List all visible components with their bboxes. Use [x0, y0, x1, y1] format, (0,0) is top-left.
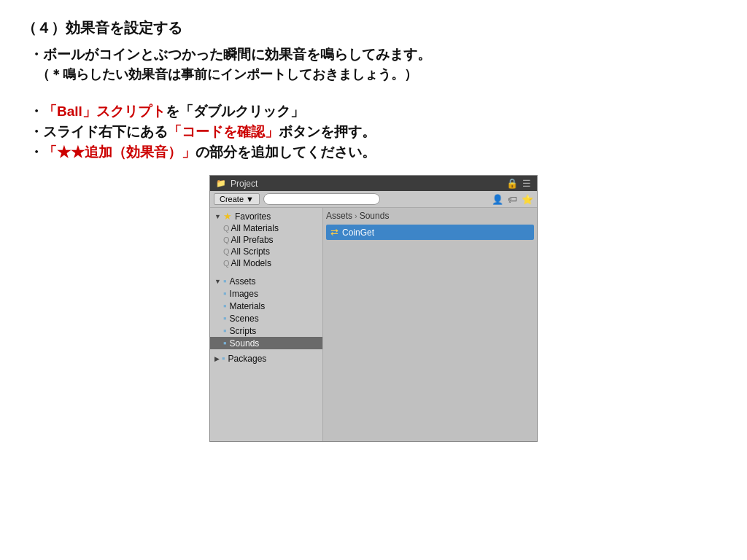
- instr-3-prefix: ・: [29, 144, 43, 160]
- favorites-label: Favorites: [235, 211, 271, 222]
- assets-header[interactable]: ▼ ▪ Assets: [210, 275, 322, 287]
- unity-titlebar: 📁 Project 🔒 ☰: [210, 176, 537, 191]
- project-tree-panel: ▼ ★ Favorites Q All Materials Q All Pref…: [210, 208, 323, 441]
- tree-all-models[interactable]: Q All Models: [210, 257, 322, 269]
- instruction-1: ・「Ball」スクリプトを「ダブルクリック」: [22, 102, 725, 121]
- audio-icon: ⇄: [330, 227, 338, 238]
- instr-2-red: 「コードを確認」: [168, 124, 279, 139]
- breadcrumb-root: Assets: [326, 211, 352, 221]
- all-scripts-label: All Scripts: [231, 246, 270, 257]
- instr-2-normal: ボタンを押す。: [279, 124, 376, 139]
- breadcrumb: Assets › Sounds: [326, 211, 534, 221]
- section-heading: （４）効果音を設定する: [22, 15, 725, 41]
- sub-note: （＊鳴らしたい効果音は事前にインポートしておきましょう。）: [22, 66, 725, 83]
- tree-all-prefabs[interactable]: Q All Prefabs: [210, 234, 322, 246]
- search-q-icon-3: Q: [223, 247, 230, 256]
- materials-folder-icon: ▪: [223, 300, 227, 311]
- tree-sounds[interactable]: ▪ Sounds: [210, 337, 322, 349]
- favorites-arrow: ▼: [214, 213, 221, 220]
- heading-text: （４）効果音を設定する: [22, 20, 182, 36]
- menu-icon: ☰: [522, 178, 531, 189]
- scenes-label: Scenes: [230, 314, 259, 324]
- instr-1-normal: を「ダブルクリック」: [166, 104, 304, 119]
- tree-all-materials[interactable]: Q All Materials: [210, 222, 322, 234]
- search-q-icon-1: Q: [223, 224, 230, 233]
- all-prefabs-label: All Prefabs: [231, 235, 274, 245]
- sounds-label: Sounds: [230, 338, 260, 349]
- unity-project-window: 📁 Project 🔒 ☰ Create ▼ 👤 🏷 ⭐ ▼ ★ Favorit…: [209, 175, 538, 442]
- star-toolbar-icon[interactable]: ⭐: [522, 194, 533, 205]
- assets-folder-icon: ▪: [223, 276, 227, 287]
- breadcrumb-folder: Sounds: [360, 211, 390, 221]
- packages-folder-icon: ▪: [222, 353, 225, 364]
- folder-titlebar-icon: 📁: [216, 179, 226, 188]
- tree-materials[interactable]: ▪ Materials: [210, 300, 322, 312]
- tree-scenes[interactable]: ▪ Scenes: [210, 312, 322, 324]
- packages-arrow: ▶: [214, 355, 220, 362]
- search-q-icon-4: Q: [223, 259, 230, 268]
- sounds-folder-icon: ▪: [223, 338, 227, 349]
- content-item-coingen[interactable]: ⇄ CoinGet: [326, 225, 534, 240]
- sub-note-text: （＊鳴らしたい効果音は事前にインポートしておきましょう。）: [36, 67, 417, 82]
- lock-icon: 🔒: [506, 178, 518, 189]
- tag-icon[interactable]: 🏷: [508, 194, 517, 205]
- breadcrumb-sep: ›: [355, 211, 357, 220]
- instr-3-red: 「★★追加（効果音）」: [43, 144, 196, 160]
- instr-1-prefix: ・: [29, 104, 43, 119]
- images-label: Images: [230, 289, 258, 299]
- tree-all-scripts[interactable]: Q All Scripts: [210, 246, 322, 257]
- search-q-icon-2: Q: [223, 236, 230, 244]
- materials-label: Materials: [230, 301, 266, 311]
- packages-header[interactable]: ▶ ▪ Packages: [210, 352, 322, 365]
- favorites-star-icon: ★: [223, 211, 232, 222]
- unity-toolbar: Create ▼ 👤 🏷 ⭐: [210, 191, 537, 208]
- bullet-1-text: ・ボールがコインとぶつかった瞬間に効果音を鳴らしてみます。: [29, 47, 431, 62]
- scripts-label: Scripts: [230, 326, 257, 336]
- tree-images[interactable]: ▪ Images: [210, 287, 322, 300]
- create-button[interactable]: Create ▼: [214, 193, 260, 205]
- tree-scripts[interactable]: ▪ Scripts: [210, 324, 322, 337]
- unity-body: ▼ ★ Favorites Q All Materials Q All Pref…: [210, 208, 537, 441]
- instr-3-normal: の部分を追加してください。: [196, 144, 376, 160]
- unity-title-label: Project: [231, 179, 258, 189]
- assets-arrow: ▼: [214, 278, 221, 285]
- instr-1-red: 「Ball」スクリプト: [43, 104, 166, 119]
- instruction-3: ・「★★追加（効果音）」の部分を追加してください。: [22, 143, 725, 162]
- packages-label: Packages: [228, 354, 267, 364]
- project-content-panel: Assets › Sounds ⇄ CoinGet: [323, 208, 537, 441]
- content-item-label: CoinGet: [342, 228, 374, 238]
- all-models-label: All Models: [231, 258, 271, 268]
- images-folder-icon: ▪: [223, 288, 227, 299]
- search-input[interactable]: [263, 193, 380, 205]
- bullet-line-1: ・ボールがコインとぶつかった瞬間に効果音を鳴らしてみます。: [22, 45, 725, 64]
- assets-label: Assets: [230, 276, 256, 287]
- favorites-header[interactable]: ▼ ★ Favorites: [210, 210, 322, 222]
- instruction-2: ・スライド右下にある「コードを確認」ボタンを押す。: [22, 122, 725, 141]
- scripts-folder-icon: ▪: [223, 325, 227, 336]
- all-materials-label: All Materials: [231, 223, 279, 233]
- person-icon[interactable]: 👤: [492, 194, 503, 205]
- instr-2-prefix: ・スライド右下にある: [29, 124, 168, 139]
- scenes-folder-icon: ▪: [223, 313, 227, 324]
